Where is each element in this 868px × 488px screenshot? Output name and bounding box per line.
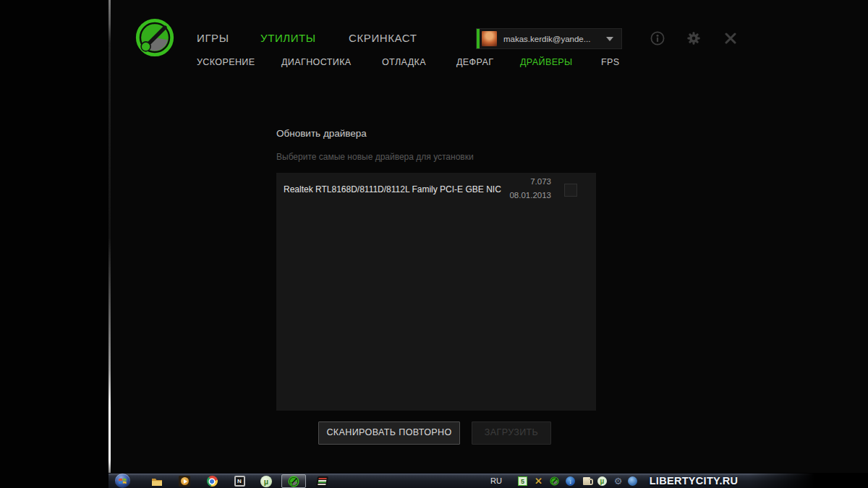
chevron-down-icon (606, 37, 613, 41)
subtab-tweak[interactable]: ОТЛАДКА (382, 57, 426, 67)
tab-utilities[interactable]: УТИЛИТЫ (260, 32, 316, 44)
driver-list-panel: Realtek RTL8168D/8111D/8112L Family PCI-… (276, 173, 596, 411)
driver-name: Realtek RTL8168D/8111D/8112L Family PCI-… (284, 184, 501, 194)
utorrent-tray-icon[interactable]: µ (597, 476, 608, 487)
tab-games[interactable]: ИГРЫ (197, 32, 229, 44)
watermark: LibertyCity.RU (628, 474, 760, 488)
subtab-drivers[interactable]: ДРАЙВЕРЫ (520, 57, 573, 67)
utorrent-icon[interactable]: µ (255, 474, 277, 488)
close-icon[interactable] (723, 30, 739, 46)
account-email: makas.kerdik@yande... (503, 35, 590, 43)
subtab-fps[interactable]: FPS (601, 57, 620, 67)
driver-version: 7.073 (530, 177, 551, 186)
page-subtitle: Выберите самые новые драйвера для устано… (276, 152, 474, 162)
notepad-icon[interactable]: N (229, 474, 250, 488)
download-button[interactable]: ЗАГРУЗИТЬ (472, 421, 551, 445)
rescan-button[interactable]: СКАНИРОВАТЬ ПОВТОРНО (318, 421, 460, 445)
subtab-boost[interactable]: УСКОРЕНИЕ (197, 57, 255, 67)
screen: ИГРЫ УТИЛИТЫ СКРИНКАСТ makas.kerdik@yand… (0, 0, 868, 488)
start-button[interactable] (115, 474, 130, 488)
driver-checkbox[interactable] (564, 184, 577, 197)
gear-icon[interactable] (686, 30, 702, 46)
tab-screencast[interactable]: СКРИНКАСТ (349, 32, 417, 44)
avatar (482, 31, 497, 46)
notepad-glyph: N (236, 477, 244, 485)
account-status-bar (477, 29, 480, 48)
chrome-icon[interactable] (201, 474, 223, 488)
subtab-diagnostics[interactable]: ДИАГНОСТИКА (281, 57, 352, 67)
task-list-icon[interactable] (311, 474, 333, 488)
gear-tray-icon[interactable]: ⚙ (613, 476, 624, 487)
windows-flag-icon (118, 476, 127, 486)
gold-x-icon[interactable]: ✕ (533, 476, 544, 487)
media-player-icon[interactable] (174, 474, 195, 488)
driver-date: 08.01.2013 (509, 191, 551, 200)
driver-list-item[interactable]: Realtek RTL8168D/8111D/8112L Family PCI-… (276, 173, 596, 207)
account-dropdown[interactable]: makas.kerdik@yande... (476, 28, 622, 49)
explorer-icon[interactable] (146, 474, 168, 488)
game-booster-logo (135, 17, 175, 58)
punto-switcher-icon[interactable]: 5 (517, 476, 528, 487)
taskbar: N µ RU 5 ✕ ↓ µ ⚙ LibertyCity.RU (109, 473, 868, 488)
language-indicator[interactable]: RU (485, 474, 508, 488)
game-booster-taskbar-icon[interactable] (281, 474, 306, 488)
screen-edge-line (109, 0, 111, 474)
page-title: Обновить драйвера (276, 128, 367, 139)
download-tray-icon[interactable]: ↓ (565, 476, 576, 487)
subtab-defrag[interactable]: ДЕФРАГ (456, 57, 493, 67)
mug-tray-icon[interactable] (581, 476, 592, 487)
info-button[interactable] (650, 30, 665, 46)
game-booster-tray-icon[interactable] (549, 476, 560, 487)
